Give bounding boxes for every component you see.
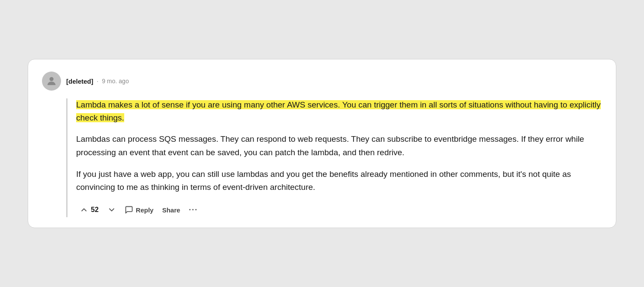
- svg-point-0: [49, 77, 53, 81]
- downvote-button[interactable]: [104, 203, 119, 217]
- username: [deleted]: [66, 78, 93, 85]
- timestamp: 9 mo. ago: [102, 78, 129, 85]
- paragraph-2: Lambdas can process SQS messages. They c…: [76, 133, 602, 159]
- reply-button[interactable]: Reply: [121, 203, 157, 217]
- share-label: Share: [162, 206, 180, 214]
- upvote-icon: [80, 205, 88, 214]
- highlighted-paragraph: Lambda makes a lot of sense if you are u…: [76, 98, 602, 124]
- paragraph-3: If you just have a web app, you can stil…: [76, 168, 602, 194]
- reply-icon: [125, 205, 133, 214]
- vote-count: 52: [91, 206, 99, 214]
- reply-label: Reply: [136, 206, 154, 214]
- downvote-icon: [107, 205, 116, 214]
- dot-separator: ·: [97, 78, 99, 85]
- more-button[interactable]: ···: [185, 203, 201, 217]
- more-label: ···: [189, 205, 198, 214]
- comment-body: Lambda makes a lot of sense if you are u…: [66, 98, 602, 217]
- avatar: [42, 72, 61, 91]
- upvote-button[interactable]: 52: [76, 203, 102, 217]
- comment-header: [deleted] · 9 mo. ago: [42, 72, 602, 91]
- comment-meta: [deleted] · 9 mo. ago: [66, 78, 129, 85]
- share-button[interactable]: Share: [159, 204, 184, 216]
- comment-actions: 52 Reply Share: [76, 203, 602, 217]
- highlighted-text: Lambda makes a lot of sense if you are u…: [76, 100, 601, 122]
- comment-card: [deleted] · 9 mo. ago Lambda makes a lot…: [28, 59, 616, 228]
